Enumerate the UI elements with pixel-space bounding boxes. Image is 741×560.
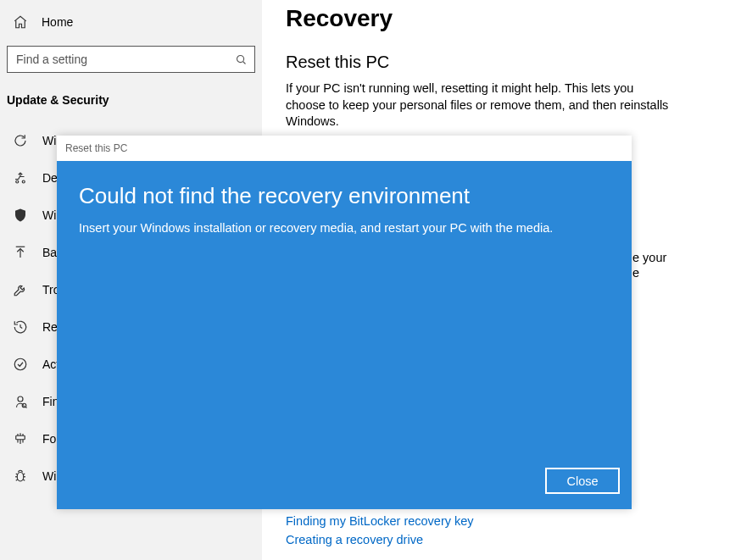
sidebar-item-home[interactable]: Home bbox=[0, 7, 262, 37]
svg-line-17 bbox=[23, 480, 25, 481]
bug-icon bbox=[12, 468, 29, 485]
section-title-reset: Reset this PC bbox=[286, 53, 741, 72]
home-icon bbox=[12, 14, 29, 30]
dialog-titlebar: Reset this PC bbox=[57, 136, 632, 161]
link-recovery-drive[interactable]: Creating a recovery drive bbox=[286, 533, 474, 546]
wrench-icon bbox=[12, 281, 29, 298]
svg-point-3 bbox=[22, 180, 25, 183]
dialog-body: Could not find the recovery environment … bbox=[57, 161, 632, 509]
svg-rect-10 bbox=[16, 435, 25, 440]
home-label: Home bbox=[42, 15, 73, 29]
section-body-reset: If your PC isn't running well, resetting… bbox=[286, 80, 671, 130]
find-device-icon bbox=[12, 393, 29, 410]
page-title: Recovery bbox=[286, 5, 741, 32]
search-input[interactable] bbox=[8, 53, 227, 66]
svg-line-1 bbox=[242, 61, 245, 64]
dialog-text: Insert your Windows installation or reco… bbox=[79, 221, 610, 235]
obscured-text: e your e bbox=[632, 251, 734, 281]
backup-icon bbox=[12, 244, 29, 261]
svg-line-16 bbox=[16, 480, 18, 481]
dev-icon bbox=[12, 430, 29, 447]
recovery-icon bbox=[12, 319, 29, 335]
svg-line-9 bbox=[25, 407, 26, 408]
link-bitlocker[interactable]: Finding my BitLocker recovery key bbox=[286, 514, 474, 528]
shield-icon bbox=[12, 207, 29, 224]
search-container bbox=[7, 46, 255, 73]
close-button[interactable]: Close bbox=[545, 468, 620, 494]
dialog-reset-pc: Reset this PC Could not find the recover… bbox=[57, 136, 632, 509]
svg-point-2 bbox=[16, 180, 19, 183]
close-button-label: Close bbox=[566, 474, 598, 488]
help-links: Finding my BitLocker recovery key Creati… bbox=[286, 514, 474, 552]
svg-point-0 bbox=[237, 55, 243, 62]
svg-point-7 bbox=[18, 396, 23, 402]
check-circle-icon bbox=[12, 356, 29, 373]
dialog-heading: Could not find the recovery environment bbox=[79, 183, 610, 209]
svg-point-6 bbox=[14, 358, 26, 370]
search-icon bbox=[227, 53, 254, 66]
sidebar-group-header: Update & Security bbox=[0, 85, 262, 122]
search-box[interactable] bbox=[7, 46, 255, 73]
refresh-icon bbox=[12, 132, 29, 149]
delivery-icon bbox=[12, 169, 29, 186]
svg-point-11 bbox=[17, 473, 24, 482]
